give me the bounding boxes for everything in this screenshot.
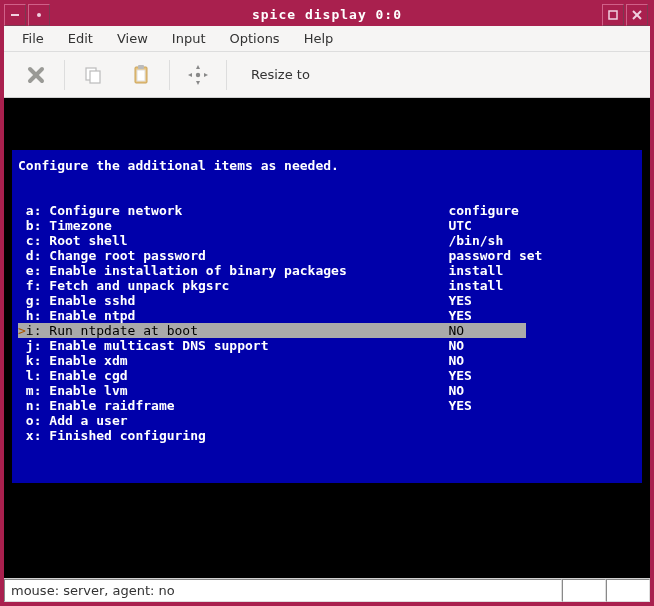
window-sticky-button[interactable]: [28, 4, 50, 26]
close-button[interactable]: [12, 55, 60, 95]
toolbar: Resize to: [4, 52, 650, 98]
status-cell: [562, 579, 606, 602]
titlebar: spice display 0:0: [4, 4, 650, 26]
statusbar: mouse: server, agent: no: [4, 578, 650, 602]
svg-rect-0: [11, 14, 19, 16]
menu-help[interactable]: Help: [294, 28, 344, 49]
x-icon: [26, 65, 46, 85]
svg-rect-11: [137, 70, 145, 81]
menu-options[interactable]: Options: [219, 28, 289, 49]
installer-console[interactable]: Configure the additional items as needed…: [12, 150, 642, 483]
window-close-button[interactable]: [626, 4, 648, 26]
status-text: mouse: server, agent: no: [4, 579, 562, 602]
window-maximize-button[interactable]: [602, 4, 624, 26]
app-window: spice display 0:0 File Edit View Input O…: [0, 0, 654, 606]
fullscreen-button[interactable]: [174, 55, 222, 95]
svg-rect-2: [609, 11, 617, 19]
svg-rect-8: [90, 71, 100, 83]
resize-to-label: Resize to: [251, 67, 310, 82]
menu-input[interactable]: Input: [162, 28, 216, 49]
guest-display[interactable]: Configure the additional items as needed…: [4, 98, 650, 578]
status-cell: [606, 579, 650, 602]
svg-point-1: [37, 13, 41, 17]
copy-icon: [83, 65, 103, 85]
svg-point-12: [196, 72, 200, 76]
menu-file[interactable]: File: [12, 28, 54, 49]
paste-icon: [131, 64, 151, 86]
menu-view[interactable]: View: [107, 28, 158, 49]
fullscreen-icon: [187, 64, 209, 86]
close-icon: [632, 10, 642, 20]
svg-marker-16: [204, 73, 208, 77]
menubar: File Edit View Input Options Help: [4, 26, 650, 52]
window-title: spice display 0:0: [52, 4, 602, 26]
menu-edit[interactable]: Edit: [58, 28, 103, 49]
toolbar-separator: [64, 60, 65, 90]
dash-icon: [10, 10, 20, 20]
svg-rect-10: [138, 65, 144, 69]
toolbar-separator: [169, 60, 170, 90]
svg-marker-14: [196, 81, 200, 85]
svg-marker-13: [196, 65, 200, 69]
maximize-icon: [608, 10, 618, 20]
svg-marker-15: [188, 73, 192, 77]
window-menu-button[interactable]: [4, 4, 26, 26]
paste-button[interactable]: [117, 55, 165, 95]
dot-icon: [34, 10, 44, 20]
toolbar-separator: [226, 60, 227, 90]
copy-button[interactable]: [69, 55, 117, 95]
